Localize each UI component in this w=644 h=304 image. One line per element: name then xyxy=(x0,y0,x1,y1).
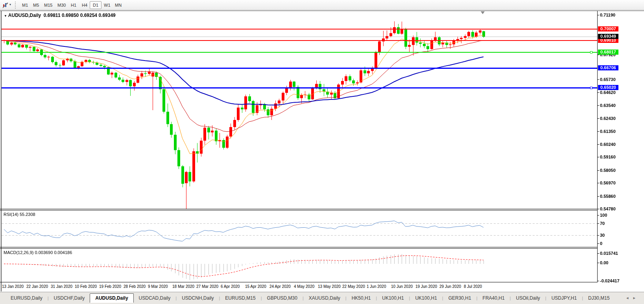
time-axis-label: 10 Jun 2020 xyxy=(391,284,413,289)
macd-label: MACD(12,26,9) 0.003690 0.004186 xyxy=(4,250,72,255)
price-axis-tick: 0.60240 xyxy=(600,142,616,147)
chart-tab-usdchf-daily[interactable]: USDCHF,Daily xyxy=(49,293,90,303)
price-axis-tick-dash xyxy=(597,144,599,145)
price-axis-tick-dash xyxy=(597,157,599,157)
chart-shift-marker-icon xyxy=(481,11,485,14)
trading-platform-window: ▾ M1M5M15M30H1H4D1W1MN ▼ AUDUSD,Daily 0.… xyxy=(0,0,644,304)
time-axis-label: 19 Jun 2020 xyxy=(415,284,437,289)
price-axis-tick: 0.65730 xyxy=(600,77,616,82)
time-axis-label: 29 Jun 2020 xyxy=(439,284,461,289)
window-left-outer-border xyxy=(0,11,0,291)
price-axis-tick: 0.58050 xyxy=(600,168,616,173)
chart-tab-ger30-h1[interactable]: GER30,H1 xyxy=(443,293,476,303)
time-axis-label: 27 Mar 2020 xyxy=(196,284,218,289)
tab-scroll-left-icon[interactable]: ◂ xyxy=(626,295,633,300)
macd-axis-tick: 0.00 xyxy=(600,260,608,265)
rsi-indicator-canvas[interactable] xyxy=(2,210,597,247)
chart-tab-usdjpy-h1[interactable]: USDJPY,H1 xyxy=(546,293,582,303)
panel-separator[interactable] xyxy=(0,247,597,247)
time-axis-label: 18 Mar 2020 xyxy=(172,284,194,289)
chart-tab-fra40-h1[interactable]: FRA40,H1 xyxy=(478,293,510,303)
timeframe-button-h4[interactable]: H4 xyxy=(79,1,90,9)
toolbar-dropdown-arrow-icon[interactable]: ▾ xyxy=(9,3,11,6)
time-axis-label: 8 Jul 2020 xyxy=(464,284,482,289)
chart-tab-usoil-daily[interactable]: USOil,Daily xyxy=(511,293,545,303)
chart-tab-eurusd-m15[interactable]: EURUSD,M15 xyxy=(220,293,260,303)
timeframe-button-d1[interactable]: D1 xyxy=(90,1,101,9)
price-axis-tick-dash xyxy=(597,183,599,183)
timeframe-button-m30[interactable]: M30 xyxy=(54,1,69,9)
ohlc-low: 0.69254 xyxy=(80,13,97,18)
time-axis-border xyxy=(0,282,597,282)
rsi-label: RSI(14) 55.2308 xyxy=(4,212,35,217)
macd-indicator-canvas[interactable] xyxy=(2,249,597,282)
price-axis-tick: 0.56970 xyxy=(600,181,616,185)
price-axis-tick-partial-dash xyxy=(597,55,599,55)
time-axis-label: 9 Mar 2020 xyxy=(148,284,168,289)
time-axis-label: 19 Feb 2020 xyxy=(99,284,121,289)
price-axis-tick-dash xyxy=(597,92,599,93)
chart-tab-gbpusd-m30[interactable]: GBPUSD,M30 xyxy=(262,293,303,303)
price-axis-tick: 0.64620 xyxy=(600,90,616,95)
time-axis-label: 31 Jan 2020 xyxy=(51,284,72,289)
chart-tab-audusd-daily[interactable]: AUDUSD,Daily xyxy=(90,293,133,303)
time-axis-label: 1 Jun 2020 xyxy=(367,284,386,289)
time-axis-label: 22 Jan 2020 xyxy=(26,284,48,289)
chart-cursor-icon[interactable] xyxy=(2,2,9,9)
main-chart-canvas[interactable] xyxy=(2,11,597,209)
tab-scroll-right-icon[interactable]: ▸ xyxy=(633,295,640,300)
time-axis-label: 6 Apr 2020 xyxy=(221,284,240,289)
rsi-axis-tick: 100 xyxy=(600,213,607,217)
timeframe-button-m15[interactable]: M15 xyxy=(41,1,55,9)
time-axis-label: 4 May 2020 xyxy=(294,284,314,289)
rsi-axis-tick-dash xyxy=(597,223,599,224)
chart-tab-uk100-h1[interactable]: UK100,H1 xyxy=(377,293,409,303)
rsi-axis-tick-dash xyxy=(597,235,599,236)
current-price-badge: 0.69349 xyxy=(598,34,618,39)
time-axis-label: 15 Apr 2020 xyxy=(245,284,266,289)
chart-tab-uk100-h1[interactable]: UK100,H1 xyxy=(410,293,442,303)
price-axis-tick: 0.71190 xyxy=(600,13,615,17)
chart-context-arrow-icon[interactable]: ▼ xyxy=(4,14,7,18)
price-axis-tick-dash xyxy=(597,118,599,119)
timeframe-toolbar: ▾ M1M5M15M30H1H4D1W1MN xyxy=(0,0,644,10)
time-axis-label: 10 Feb 2020 xyxy=(75,284,97,289)
price-axis-line xyxy=(597,11,598,282)
rsi-axis-tick: 30 xyxy=(600,233,605,238)
timeframe-button-mn[interactable]: MN xyxy=(112,1,125,9)
panel-separator[interactable] xyxy=(0,209,597,209)
macd-axis-tick: 0.015741 xyxy=(600,251,618,256)
price-axis-tick-dash xyxy=(597,209,599,209)
price-axis-tick-dash xyxy=(597,15,599,15)
price-level-badge: 0.66706 xyxy=(598,65,618,70)
toolbar-grip xyxy=(15,2,16,9)
timeframe-button-h1[interactable]: H1 xyxy=(68,1,79,9)
price-axis-tick-dash xyxy=(597,131,599,132)
price-axis-tick: 0.62430 xyxy=(600,116,616,121)
price-axis-tick: 0.61350 xyxy=(600,129,616,134)
ohlc-close: 0.69349 xyxy=(98,13,115,18)
chart-tab-usdcnh-daily[interactable]: USDCNH,Daily xyxy=(177,293,219,303)
price-axis-tick: 0.54780 xyxy=(600,206,616,211)
price-axis-tick-dash xyxy=(597,196,599,197)
chart-tab-usdcad-daily[interactable]: USDCAD,Daily xyxy=(134,293,176,303)
chart-title: ▼ AUDUSD,Daily 0.69811 0.69850 0.69254 0… xyxy=(4,13,116,18)
rsi-axis-tick: 70 xyxy=(600,221,605,226)
chart-symbol-label: AUDUSD,Daily xyxy=(8,13,41,18)
price-level-badge: 0.70007 xyxy=(598,26,618,31)
chart-tab-dj30-m15[interactable]: DJ30,M15 xyxy=(583,293,615,303)
price-axis-tick: 0.55860 xyxy=(600,194,616,199)
timeframe-button-m5[interactable]: M5 xyxy=(30,1,42,9)
timeframe-button-m1[interactable]: M1 xyxy=(19,1,31,9)
macd-axis-tick: -0.024417 xyxy=(600,278,620,283)
chart-tab-hk50-h1[interactable]: HK50,H1 xyxy=(347,293,376,303)
ohlc-open: 0.69811 xyxy=(44,13,61,18)
macd-axis-tick-dash xyxy=(597,281,599,281)
chart-tab-eurusd-daily[interactable]: EURUSD,Daily xyxy=(6,293,48,303)
time-axis-label: 13 May 2020 xyxy=(318,284,341,289)
price-axis-tick-dash xyxy=(597,105,599,106)
price-axis-tick-dash xyxy=(597,79,599,80)
macd-axis-tick-dash xyxy=(597,263,599,263)
price-level-badge: 0.68017 xyxy=(598,50,618,55)
chart-tab-xauusd-daily[interactable]: XAUUSD,Daily xyxy=(304,293,345,303)
